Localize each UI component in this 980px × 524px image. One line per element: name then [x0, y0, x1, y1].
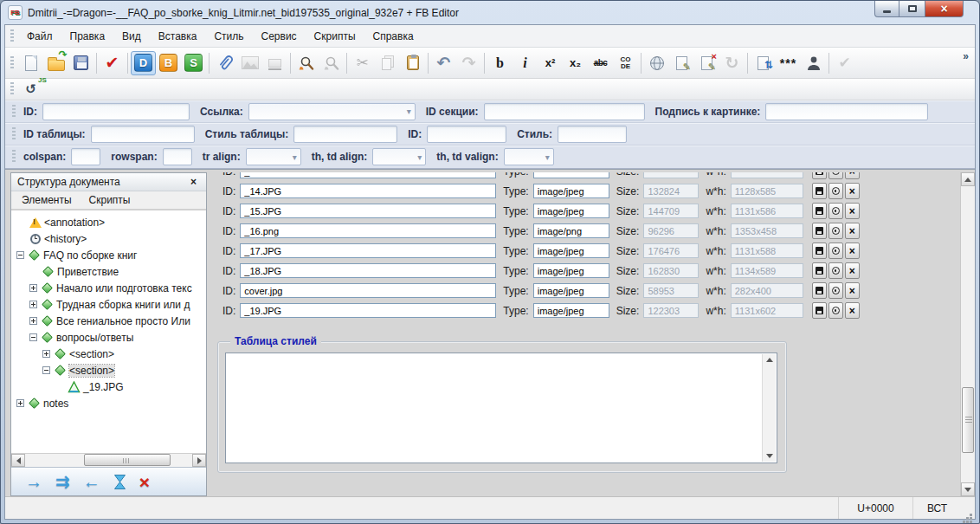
binary-id-input[interactable]	[240, 184, 496, 198]
redo-button[interactable]: ↷	[456, 51, 481, 75]
binary-view-button[interactable]	[828, 262, 843, 279]
copy-button[interactable]	[375, 51, 400, 75]
menu-item-6[interactable]: Сервис	[253, 27, 306, 46]
tree-item[interactable]: notes	[11, 395, 206, 411]
row-id-input[interactable]	[427, 126, 506, 143]
tree-expander[interactable]	[29, 317, 37, 325]
go-back-button[interactable]: ←	[83, 473, 100, 490]
tree-item[interactable]: <history>	[11, 230, 206, 247]
refresh-scripts-button[interactable]: ↺JS	[18, 77, 43, 101]
scroll-up-button[interactable]	[961, 172, 975, 186]
rowspan-input[interactable]	[163, 148, 192, 165]
menu-item-8[interactable]: Справка	[364, 27, 422, 46]
superscript-button[interactable]: x²	[538, 51, 563, 75]
save-file-button[interactable]	[68, 51, 93, 75]
scrollbar-thumb[interactable]	[962, 387, 974, 453]
th-td-align-combobox[interactable]: ▾	[372, 148, 426, 165]
binary-save-button[interactable]	[812, 302, 827, 319]
binary-view-button[interactable]	[828, 183, 843, 199]
id-input[interactable]	[42, 103, 190, 120]
toolbar-grip[interactable]	[10, 82, 14, 96]
code-button[interactable]: CO DE	[613, 51, 638, 75]
menu-item-4[interactable]: Вставка	[150, 27, 206, 46]
app-icon[interactable]: FB	[8, 5, 23, 20]
binary-delete-button[interactable]: ×	[845, 172, 860, 179]
bold-button[interactable]: b	[487, 51, 513, 75]
binary-save-button[interactable]	[812, 243, 827, 259]
binary-id-input[interactable]	[240, 204, 496, 218]
binary-save-button[interactable]	[812, 223, 827, 239]
main-vertical-scrollbar[interactable]	[960, 172, 975, 496]
tree-expander[interactable]	[16, 399, 24, 407]
italic-button[interactable]: i	[513, 51, 538, 75]
strikethrough-button[interactable]: abc	[588, 51, 613, 75]
tab-скрипты[interactable]: Скрипты	[89, 194, 131, 206]
binary-delete-button[interactable]: ×	[845, 262, 860, 279]
scrollbar-thumb[interactable]	[84, 454, 171, 466]
link-combobox[interactable]: ▾	[248, 103, 416, 120]
cut-button[interactable]: ✂	[350, 51, 375, 75]
binary-view-button[interactable]	[828, 172, 843, 179]
binary-view-button[interactable]	[828, 302, 843, 319]
insert-inline-image-button[interactable]	[262, 51, 287, 75]
tab-элементы[interactable]: Элементы	[22, 194, 72, 206]
open-file-button[interactable]	[43, 51, 68, 75]
go-fast-forward-button[interactable]: ⇉	[55, 473, 70, 490]
binary-save-button[interactable]	[812, 262, 827, 279]
spellcheck-button[interactable]: ✔	[832, 51, 857, 75]
menu-item-7[interactable]: Скрипты	[306, 27, 364, 46]
binary-save-button[interactable]	[812, 282, 827, 299]
description-mode-button[interactable]: D	[131, 51, 156, 75]
body-mode-button[interactable]: B	[156, 51, 181, 75]
find-replace-button[interactable]	[319, 51, 344, 75]
scrollbar-track[interactable]	[25, 454, 192, 467]
hourglass-button[interactable]	[113, 474, 126, 490]
binary-id-input[interactable]	[240, 303, 496, 318]
binary-id-input[interactable]	[240, 283, 496, 298]
binary-id-input[interactable]	[240, 223, 496, 238]
sidebar-close-button[interactable]: ×	[187, 176, 200, 188]
move-section-button[interactable]	[751, 51, 776, 75]
stylesheet-textarea[interactable]	[225, 353, 777, 463]
toolbar-grip[interactable]	[10, 56, 14, 70]
binary-delete-button[interactable]: ×	[845, 243, 860, 259]
validate-button[interactable]: ✔	[100, 51, 125, 75]
find-button[interactable]	[293, 51, 319, 75]
resize-grip[interactable]	[970, 514, 972, 516]
row-grip[interactable]	[12, 105, 16, 119]
tree-item[interactable]: Все гениальное просто Или	[11, 313, 206, 329]
tree-expander[interactable]	[29, 333, 37, 341]
binary-type-input[interactable]	[533, 243, 609, 258]
tree-item[interactable]: <section>	[11, 346, 206, 362]
scroll-down-button[interactable]	[961, 482, 975, 496]
tr-align-combobox[interactable]: ▾	[246, 148, 301, 165]
tree-item[interactable]: Трудная сборка книги или д	[11, 296, 206, 313]
subscript-button[interactable]: x₂	[563, 51, 588, 75]
edit-annotation-button[interactable]	[669, 51, 694, 75]
binary-delete-button[interactable]: ×	[845, 302, 860, 319]
section-id-input[interactable]	[484, 103, 645, 120]
check-links-button[interactable]	[644, 51, 669, 75]
scroll-right-button[interactable]	[192, 454, 206, 467]
binary-save-button[interactable]	[812, 203, 827, 219]
binary-view-button[interactable]	[828, 223, 843, 239]
menu-item-3[interactable]: Вид	[113, 27, 150, 46]
binary-id-input[interactable]	[240, 263, 496, 278]
caption-input[interactable]	[765, 103, 928, 120]
scroll-left-button[interactable]	[11, 454, 25, 467]
tree-item[interactable]: Приветствие	[11, 263, 206, 280]
triangle-up-icon[interactable]	[766, 358, 773, 362]
asterisks-button[interactable]: ***	[776, 51, 801, 75]
binary-view-button[interactable]	[828, 282, 843, 299]
binary-view-button[interactable]	[828, 203, 843, 219]
binary-save-button[interactable]	[812, 172, 827, 179]
binary-type-input[interactable]	[533, 283, 609, 298]
th-td-valign-combobox[interactable]: ▾	[504, 148, 554, 165]
binary-type-input[interactable]	[533, 263, 609, 278]
minimize-button[interactable]	[874, 1, 899, 17]
tree-expander[interactable]	[42, 366, 50, 374]
binary-type-input[interactable]	[533, 223, 609, 238]
tree-item[interactable]: <section>	[11, 362, 206, 378]
go-forward-button[interactable]: →	[25, 473, 42, 490]
profile-button[interactable]	[801, 51, 826, 75]
